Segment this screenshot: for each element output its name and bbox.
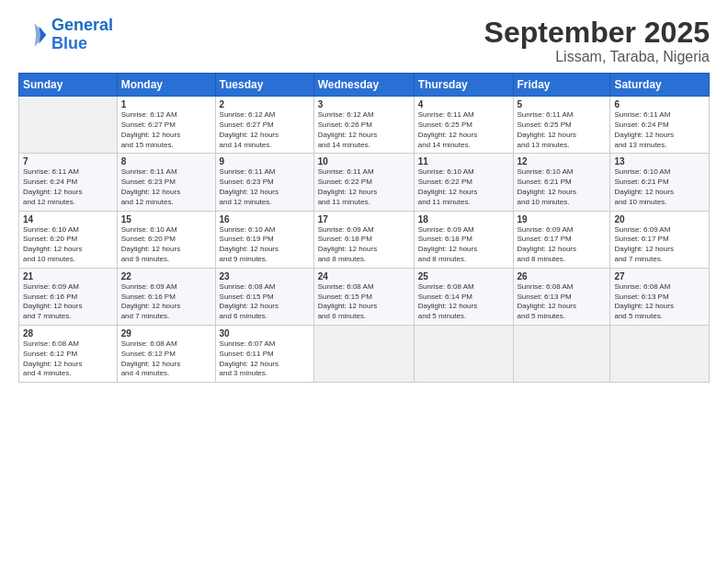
day-number: 5 xyxy=(518,99,607,109)
day-number: 25 xyxy=(418,271,509,282)
calendar-cell: 2Sunrise: 6:12 AM Sunset: 6:27 PM Daylig… xyxy=(215,97,313,154)
day-info: Sunrise: 6:08 AM Sunset: 6:13 PM Dayligh… xyxy=(518,282,607,322)
day-number: 19 xyxy=(518,214,607,224)
day-number: 3 xyxy=(318,99,410,109)
calendar-cell: 25Sunrise: 6:08 AM Sunset: 6:14 PM Dayli… xyxy=(414,268,513,325)
day-number: 28 xyxy=(23,328,113,339)
calendar-cell: 13Sunrise: 6:10 AM Sunset: 6:21 PM Dayli… xyxy=(610,154,710,211)
day-info: Sunrise: 6:08 AM Sunset: 6:12 PM Dayligh… xyxy=(23,339,113,379)
day-info: Sunrise: 6:10 AM Sunset: 6:21 PM Dayligh… xyxy=(518,167,607,207)
day-info: Sunrise: 6:08 AM Sunset: 6:13 PM Dayligh… xyxy=(614,282,705,322)
day-info: Sunrise: 6:11 AM Sunset: 6:24 PM Dayligh… xyxy=(23,167,113,207)
calendar-subtitle: Lissam, Taraba, Nigeria xyxy=(484,49,710,65)
calendar-cell: 30Sunrise: 6:07 AM Sunset: 6:11 PM Dayli… xyxy=(215,325,313,382)
calendar-cell: 7Sunrise: 6:11 AM Sunset: 6:24 PM Daylig… xyxy=(19,154,118,211)
day-number: 10 xyxy=(318,156,410,167)
day-info: Sunrise: 6:11 AM Sunset: 6:24 PM Dayligh… xyxy=(614,110,705,150)
calendar-cell: 22Sunrise: 6:09 AM Sunset: 6:16 PM Dayli… xyxy=(117,268,215,325)
calendar-cell: 9Sunrise: 6:11 AM Sunset: 6:23 PM Daylig… xyxy=(215,154,313,211)
day-info: Sunrise: 6:09 AM Sunset: 6:17 PM Dayligh… xyxy=(518,225,607,265)
day-number: 29 xyxy=(121,328,211,339)
day-number: 13 xyxy=(614,156,705,167)
calendar-cell: 24Sunrise: 6:08 AM Sunset: 6:15 PM Dayli… xyxy=(313,268,414,325)
day-of-week-header: Monday xyxy=(117,74,215,97)
calendar-cell xyxy=(19,97,118,154)
day-number: 23 xyxy=(220,271,310,282)
calendar-cell: 4Sunrise: 6:11 AM Sunset: 6:25 PM Daylig… xyxy=(414,97,513,154)
day-info: Sunrise: 6:11 AM Sunset: 6:23 PM Dayligh… xyxy=(220,167,310,207)
day-number: 21 xyxy=(23,271,113,282)
calendar-cell: 27Sunrise: 6:08 AM Sunset: 6:13 PM Dayli… xyxy=(610,268,710,325)
calendar-cell: 23Sunrise: 6:08 AM Sunset: 6:15 PM Dayli… xyxy=(215,268,313,325)
day-info: Sunrise: 6:09 AM Sunset: 6:16 PM Dayligh… xyxy=(121,282,211,322)
calendar-cell: 28Sunrise: 6:08 AM Sunset: 6:12 PM Dayli… xyxy=(19,325,118,382)
day-number: 15 xyxy=(121,214,211,224)
day-info: Sunrise: 6:12 AM Sunset: 6:27 PM Dayligh… xyxy=(220,110,310,150)
day-info: Sunrise: 6:09 AM Sunset: 6:16 PM Dayligh… xyxy=(23,282,113,322)
day-info: Sunrise: 6:08 AM Sunset: 6:15 PM Dayligh… xyxy=(318,282,410,322)
day-info: Sunrise: 6:09 AM Sunset: 6:18 PM Dayligh… xyxy=(318,225,410,265)
day-number: 8 xyxy=(121,156,211,167)
day-of-week-header: Sunday xyxy=(19,74,118,97)
day-number: 14 xyxy=(23,214,113,224)
day-info: Sunrise: 6:08 AM Sunset: 6:12 PM Dayligh… xyxy=(121,339,211,379)
calendar-week-row: 21Sunrise: 6:09 AM Sunset: 6:16 PM Dayli… xyxy=(19,268,710,325)
header: General Blue September 2025 Lissam, Tara… xyxy=(18,17,710,65)
logo-general: General xyxy=(51,16,113,34)
day-info: Sunrise: 6:07 AM Sunset: 6:11 PM Dayligh… xyxy=(220,339,310,379)
day-info: Sunrise: 6:08 AM Sunset: 6:15 PM Dayligh… xyxy=(220,282,310,322)
day-number: 27 xyxy=(614,271,705,282)
day-number: 9 xyxy=(220,156,310,167)
day-number: 7 xyxy=(23,156,113,167)
day-info: Sunrise: 6:12 AM Sunset: 6:27 PM Dayligh… xyxy=(121,110,211,150)
calendar-cell: 11Sunrise: 6:10 AM Sunset: 6:22 PM Dayli… xyxy=(414,154,513,211)
day-info: Sunrise: 6:09 AM Sunset: 6:18 PM Dayligh… xyxy=(418,225,509,265)
day-number: 22 xyxy=(121,271,211,282)
day-number: 2 xyxy=(220,99,310,109)
svg-marker-1 xyxy=(35,23,45,47)
day-number: 24 xyxy=(318,271,410,282)
calendar-cell: 19Sunrise: 6:09 AM Sunset: 6:17 PM Dayli… xyxy=(513,211,610,268)
calendar-cell: 20Sunrise: 6:09 AM Sunset: 6:17 PM Dayli… xyxy=(610,211,710,268)
day-of-week-header: Wednesday xyxy=(313,74,414,97)
day-number: 4 xyxy=(418,99,509,109)
day-number: 6 xyxy=(614,99,705,109)
day-info: Sunrise: 6:11 AM Sunset: 6:25 PM Dayligh… xyxy=(518,110,607,150)
calendar-header-row: SundayMondayTuesdayWednesdayThursdayFrid… xyxy=(19,74,710,97)
day-number: 20 xyxy=(614,214,705,224)
calendar-cell: 21Sunrise: 6:09 AM Sunset: 6:16 PM Dayli… xyxy=(19,268,118,325)
calendar-cell: 15Sunrise: 6:10 AM Sunset: 6:20 PM Dayli… xyxy=(117,211,215,268)
calendar-week-row: 1Sunrise: 6:12 AM Sunset: 6:27 PM Daylig… xyxy=(19,97,710,154)
calendar-cell xyxy=(513,325,610,382)
day-info: Sunrise: 6:10 AM Sunset: 6:22 PM Dayligh… xyxy=(418,167,509,207)
calendar-cell: 17Sunrise: 6:09 AM Sunset: 6:18 PM Dayli… xyxy=(313,211,414,268)
calendar-cell xyxy=(313,325,414,382)
calendar-cell xyxy=(610,325,710,382)
day-number: 30 xyxy=(220,328,310,339)
logo-icon xyxy=(18,20,48,50)
day-info: Sunrise: 6:10 AM Sunset: 6:19 PM Dayligh… xyxy=(220,225,310,265)
calendar-week-row: 14Sunrise: 6:10 AM Sunset: 6:20 PM Dayli… xyxy=(19,211,710,268)
day-of-week-header: Thursday xyxy=(414,74,513,97)
day-info: Sunrise: 6:10 AM Sunset: 6:20 PM Dayligh… xyxy=(23,225,113,265)
calendar-cell: 8Sunrise: 6:11 AM Sunset: 6:23 PM Daylig… xyxy=(117,154,215,211)
logo-blue: Blue xyxy=(51,34,87,52)
day-number: 11 xyxy=(418,156,509,167)
day-of-week-header: Saturday xyxy=(610,74,710,97)
calendar-table: SundayMondayTuesdayWednesdayThursdayFrid… xyxy=(18,73,710,383)
day-number: 26 xyxy=(518,271,607,282)
calendar-week-row: 28Sunrise: 6:08 AM Sunset: 6:12 PM Dayli… xyxy=(19,325,710,382)
calendar-cell: 29Sunrise: 6:08 AM Sunset: 6:12 PM Dayli… xyxy=(117,325,215,382)
day-info: Sunrise: 6:11 AM Sunset: 6:23 PM Dayligh… xyxy=(121,167,211,207)
day-info: Sunrise: 6:11 AM Sunset: 6:22 PM Dayligh… xyxy=(318,167,410,207)
day-of-week-header: Friday xyxy=(513,74,610,97)
day-number: 12 xyxy=(518,156,607,167)
page: General Blue September 2025 Lissam, Tara… xyxy=(0,0,728,563)
calendar-cell: 3Sunrise: 6:12 AM Sunset: 6:26 PM Daylig… xyxy=(313,97,414,154)
calendar-title: September 2025 xyxy=(484,17,710,49)
logo-text: General Blue xyxy=(51,17,113,53)
calendar-cell: 10Sunrise: 6:11 AM Sunset: 6:22 PM Dayli… xyxy=(313,154,414,211)
day-number: 16 xyxy=(220,214,310,224)
calendar-cell: 16Sunrise: 6:10 AM Sunset: 6:19 PM Dayli… xyxy=(215,211,313,268)
calendar-cell: 14Sunrise: 6:10 AM Sunset: 6:20 PM Dayli… xyxy=(19,211,118,268)
